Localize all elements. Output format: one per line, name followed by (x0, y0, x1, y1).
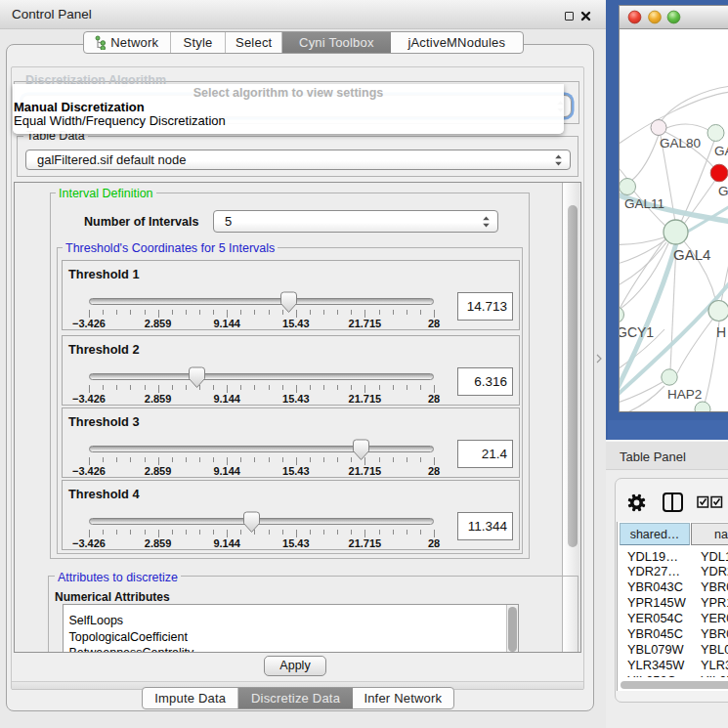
svg-text:GAL4: GAL4 (673, 246, 710, 263)
svg-text:GCY1: GCY1 (620, 324, 654, 340)
svg-text:G: G (718, 184, 728, 198)
svg-text:GA: GA (714, 144, 728, 158)
svg-text:GAL80: GAL80 (660, 136, 701, 150)
svg-text:H: H (716, 324, 726, 340)
svg-text:HAP2: HAP2 (667, 387, 702, 402)
svg-text:GAL11: GAL11 (624, 196, 664, 211)
